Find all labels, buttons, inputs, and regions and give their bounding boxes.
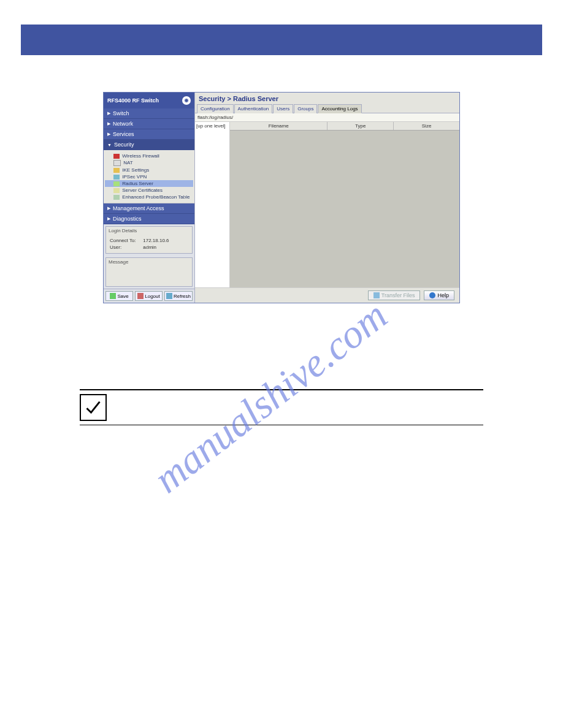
nav-label: Switch	[113, 110, 129, 116]
nat-icon	[113, 160, 121, 166]
tab-authentication[interactable]: Authentication	[234, 104, 273, 113]
radius-icon	[113, 181, 120, 186]
tree-ipsec[interactable]: IPSec VPN	[105, 173, 193, 180]
app-window: RFS4000 RF Switch ▶ Switch ▶ Network ▶ S…	[103, 92, 460, 303]
download-icon	[373, 292, 380, 298]
transfer-files-button[interactable]: Transfer Files	[368, 290, 421, 300]
caret-right-icon: ▶	[107, 132, 110, 137]
folder-pane: [up one level]	[195, 122, 230, 287]
tree-label: Server Certificates	[122, 188, 163, 193]
tree-wireless-firewall[interactable]: Wireless Firewall	[105, 153, 193, 159]
login-details-title: Login Details	[106, 227, 192, 235]
brand-bar: RFS4000 RF Switch	[104, 93, 194, 108]
sidebar: RFS4000 RF Switch ▶ Switch ▶ Network ▶ S…	[104, 93, 195, 303]
user-label: User:	[110, 245, 142, 250]
help-icon	[429, 292, 435, 298]
nav-label: Security	[114, 142, 134, 148]
message-title: Message	[106, 258, 192, 266]
nav-management-access[interactable]: ▶ Management Access	[104, 203, 194, 214]
col-size[interactable]: Size	[394, 122, 459, 130]
up-one-level[interactable]: [up one level]	[195, 122, 229, 131]
tab-groups[interactable]: Groups	[294, 104, 317, 113]
refresh-icon	[166, 293, 172, 299]
tab-bar: Configuration Authentication Users Group…	[195, 104, 459, 113]
nav-services[interactable]: ▶ Services	[104, 129, 194, 140]
nav-security[interactable]: ▼ Security	[104, 140, 194, 150]
tree-beacon-table[interactable]: Enhanced Probe/Beacon Table	[105, 194, 193, 200]
nav-label: Network	[113, 121, 133, 127]
tree-label: Radius Server	[122, 181, 153, 186]
ike-icon	[113, 168, 120, 173]
message-panel: Message	[105, 257, 193, 287]
tree-label: Enhanced Probe/Beacon Table	[122, 194, 190, 200]
tree-server-certificates[interactable]: Server Certificates	[105, 187, 193, 194]
nav-diagnostics[interactable]: ▶ Diagnostics	[104, 214, 194, 224]
caret-down-icon: ▼	[107, 143, 112, 147]
help-label: Help	[437, 292, 449, 298]
note-row	[80, 394, 483, 421]
path-bar: flash:/log/radius/	[195, 113, 459, 122]
save-button[interactable]: Save	[105, 291, 133, 301]
table-icon	[113, 195, 120, 200]
tab-accounting-logs[interactable]: Accounting Logs	[318, 104, 361, 113]
login-details-panel: Login Details Connect To: 172.18.10.6 Us…	[105, 226, 193, 254]
tree-label: IPSec VPN	[122, 174, 147, 180]
col-type[interactable]: Type	[327, 122, 394, 130]
file-browser: [up one level] Filename Type Size	[195, 122, 459, 287]
checkmark-box	[80, 394, 107, 421]
main-footer: Transfer Files Help	[195, 287, 459, 303]
caret-right-icon: ▶	[107, 111, 110, 116]
transfer-label: Transfer Files	[381, 292, 415, 298]
certificate-icon	[113, 188, 120, 193]
sidebar-footer: Save Logout Refresh	[104, 289, 194, 303]
tab-configuration[interactable]: Configuration	[197, 104, 234, 113]
save-label: Save	[117, 294, 128, 299]
tab-users[interactable]: Users	[273, 104, 293, 113]
nav-label: Management Access	[113, 205, 164, 211]
nav-switch[interactable]: ▶ Switch	[104, 108, 194, 119]
note-separator-top	[80, 389, 483, 390]
file-table: Filename Type Size	[230, 122, 459, 287]
table-header-row: Filename Type Size	[230, 122, 459, 131]
page-header-bar	[21, 25, 542, 55]
caret-right-icon: ▶	[107, 206, 110, 211]
refresh-label: Refresh	[174, 294, 191, 299]
tree-label: Wireless Firewall	[122, 153, 159, 159]
logout-button[interactable]: Logout	[135, 291, 163, 301]
security-tree: Wireless Firewall NAT IKE Settings IPSec…	[104, 150, 194, 203]
col-filename[interactable]: Filename	[230, 122, 327, 130]
note-separator-bottom	[80, 425, 483, 425]
connect-to-label: Connect To:	[110, 238, 142, 243]
nav-label: Diagnostics	[113, 216, 142, 222]
refresh-button[interactable]: Refresh	[164, 291, 193, 301]
main-area: Security > Radius Server Configuration A…	[195, 93, 459, 303]
breadcrumb: Security > Radius Server	[195, 93, 459, 104]
tree-radius-server[interactable]: Radius Server	[105, 180, 193, 187]
checkmark-icon	[85, 399, 102, 416]
vpn-icon	[113, 175, 120, 180]
caret-right-icon: ▶	[107, 121, 110, 126]
firewall-icon	[113, 154, 120, 159]
caret-right-icon: ▶	[107, 216, 110, 221]
user-value: admin	[143, 245, 156, 250]
tree-nat[interactable]: NAT	[105, 159, 193, 167]
tree-ike[interactable]: IKE Settings	[105, 167, 193, 173]
connect-to-value: 172.18.10.6	[143, 238, 169, 243]
save-icon	[110, 293, 116, 299]
logout-icon	[137, 293, 144, 299]
tree-label: NAT	[123, 160, 132, 165]
tree-label: IKE Settings	[122, 167, 149, 173]
nav-network[interactable]: ▶ Network	[104, 119, 194, 129]
nav-label: Services	[113, 131, 134, 137]
motorola-logo-icon	[182, 96, 191, 105]
logout-label: Logout	[145, 294, 159, 299]
help-button[interactable]: Help	[424, 290, 454, 300]
brand-text: RFS4000 RF Switch	[107, 97, 159, 104]
